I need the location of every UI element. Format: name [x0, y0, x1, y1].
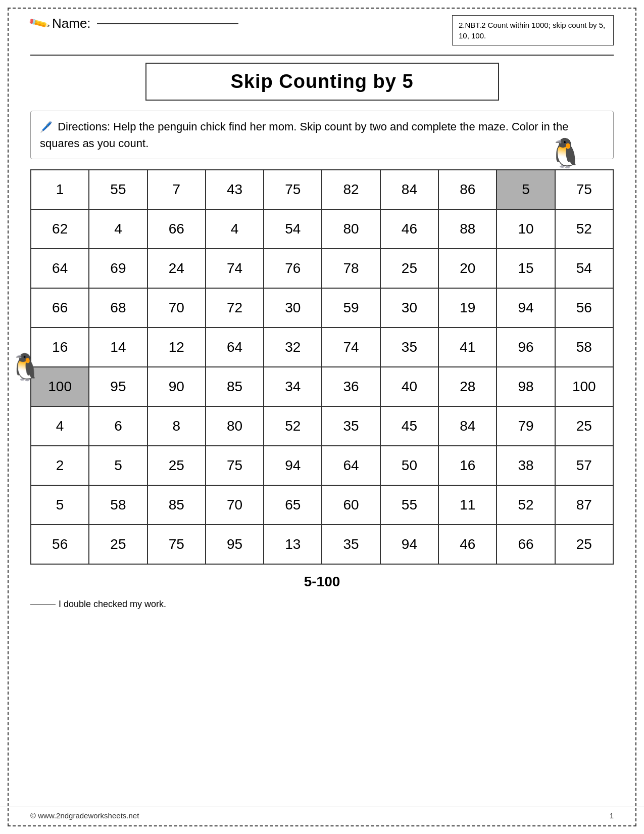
table-cell: 88: [438, 209, 497, 249]
table-cell: 52: [264, 406, 322, 446]
table-cell: 85: [206, 367, 264, 406]
page-number: 1: [610, 811, 614, 820]
table-cell: 65: [264, 485, 322, 525]
directions-text: Directions: Help the penguin chick find …: [40, 120, 568, 150]
table-row: 64692474767825201554: [31, 249, 613, 288]
table-cell: 34: [264, 367, 322, 406]
table-cell: 24: [147, 249, 206, 288]
table-cell: 13: [264, 525, 322, 564]
table-cell: 95: [206, 525, 264, 564]
table-cell: 96: [497, 328, 555, 367]
table-cell: 75: [555, 170, 613, 209]
table-cell: 70: [147, 288, 206, 328]
table-cell: 8: [147, 406, 206, 446]
table-cell: 80: [206, 406, 264, 446]
table-cell: 11: [438, 485, 497, 525]
table-cell: 72: [206, 288, 264, 328]
grid-container: 🐧 🐧 155743758284865756246645480468810526…: [30, 169, 614, 565]
table-cell: 85: [147, 485, 206, 525]
table-cell: 64: [322, 446, 380, 485]
table-cell: 74: [206, 249, 264, 288]
table-cell: 25: [555, 525, 613, 564]
table-cell: 58: [555, 328, 613, 367]
table-cell: 32: [264, 328, 322, 367]
table-cell: 66: [497, 525, 555, 564]
table-cell: 94: [264, 446, 322, 485]
table-row: 66687072305930199456: [31, 288, 613, 328]
table-cell: 25: [380, 249, 438, 288]
directions-icon: 🖊️: [40, 121, 53, 132]
footer-check: I double checked my work.: [30, 599, 614, 610]
table-cell: 90: [147, 367, 206, 406]
table-cell: 57: [555, 446, 613, 485]
table-row: 1009590853436402898100: [31, 367, 613, 406]
table-row: 46880523545847925: [31, 406, 613, 446]
table-cell: 30: [380, 288, 438, 328]
table-cell: 79: [497, 406, 555, 446]
table-row: 624664548046881052: [31, 209, 613, 249]
table-cell: 46: [438, 525, 497, 564]
page-title: Skip Counting by 5: [230, 71, 413, 92]
table-cell: 19: [438, 288, 497, 328]
table-cell: 75: [206, 446, 264, 485]
table-cell: 54: [264, 209, 322, 249]
table-cell: 52: [555, 209, 613, 249]
table-cell: 12: [147, 328, 206, 367]
range-label: 5-100: [30, 574, 614, 590]
table-cell: 70: [206, 485, 264, 525]
table-cell: 5: [31, 485, 89, 525]
table-cell: 38: [497, 446, 555, 485]
table-cell: 4: [31, 406, 89, 446]
table-cell: 36: [322, 367, 380, 406]
table-cell: 43: [206, 170, 264, 209]
table-cell: 25: [89, 525, 147, 564]
table-cell: 52: [497, 485, 555, 525]
table-cell: 20: [438, 249, 497, 288]
table-cell: 62: [31, 209, 89, 249]
table-cell: 95: [89, 367, 147, 406]
table-cell: 66: [147, 209, 206, 249]
pencil-icon: ✏️: [27, 12, 51, 35]
table-cell: 87: [555, 485, 613, 525]
bottom-bar: © www.2ndgradeworksheets.net 1: [0, 807, 644, 820]
name-label: Name:: [52, 16, 91, 31]
table-cell: 5: [89, 446, 147, 485]
table-row: 5588570656055115287: [31, 485, 613, 525]
copyright: © www.2ndgradeworksheets.net: [30, 811, 139, 820]
table-cell: 56: [555, 288, 613, 328]
table-cell: 14: [89, 328, 147, 367]
table-cell: 55: [380, 485, 438, 525]
standard-box: 2.NBT.2 Count within 1000; skip count by…: [452, 15, 614, 45]
table-cell: 75: [264, 170, 322, 209]
table-cell: 78: [322, 249, 380, 288]
check-text: I double checked my work.: [59, 599, 166, 610]
table-cell: 66: [31, 288, 89, 328]
table-cell: 2: [31, 446, 89, 485]
table-cell: 94: [380, 525, 438, 564]
table-cell: 45: [380, 406, 438, 446]
table-row: 15574375828486575: [31, 170, 613, 209]
table-cell: 50: [380, 446, 438, 485]
table-cell: 64: [206, 328, 264, 367]
table-cell: 7: [147, 170, 206, 209]
table-cell: 16: [438, 446, 497, 485]
range-text: 5-100: [304, 574, 340, 589]
table-cell: 46: [380, 209, 438, 249]
table-cell: 55: [89, 170, 147, 209]
table-cell: 41: [438, 328, 497, 367]
table-cell: 35: [322, 525, 380, 564]
table-cell: 80: [322, 209, 380, 249]
table-cell: 5: [497, 170, 555, 209]
table-cell: 40: [380, 367, 438, 406]
grid-table: 1557437582848657562466454804688105264692…: [30, 169, 614, 565]
table-cell: 6: [89, 406, 147, 446]
table-cell: 74: [322, 328, 380, 367]
name-line: ✏️ Name:: [30, 15, 238, 32]
name-underline: [97, 23, 238, 24]
table-cell: 35: [380, 328, 438, 367]
table-cell: 100: [555, 367, 613, 406]
table-cell: 68: [89, 288, 147, 328]
table-cell: 54: [555, 249, 613, 288]
table-cell: 69: [89, 249, 147, 288]
table-cell: 84: [438, 406, 497, 446]
